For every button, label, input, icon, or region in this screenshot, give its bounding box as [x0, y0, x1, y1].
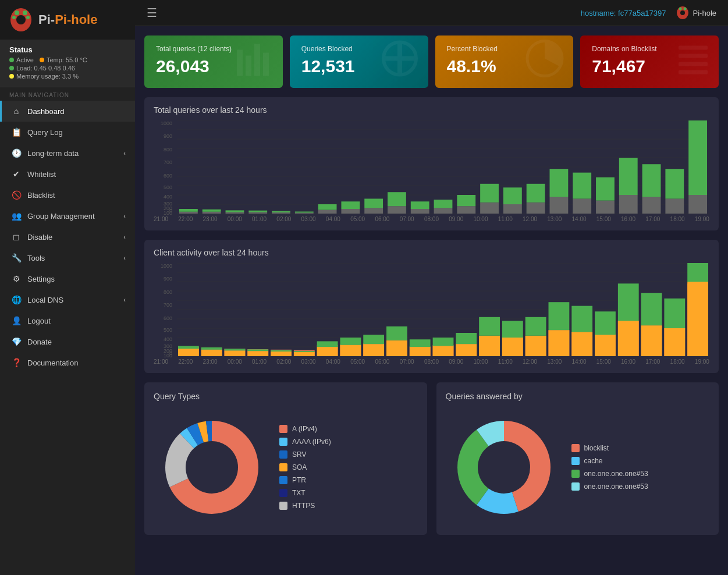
logout-icon: 👤	[11, 316, 22, 325]
main-content: Total queries (12 clients) 26,043 Querie…	[135, 26, 728, 575]
disable-chevron: ‹	[123, 233, 126, 240]
legend-item: SOA	[279, 463, 331, 471]
temp-dot	[40, 58, 44, 62]
legend-label: PTR	[292, 476, 306, 484]
legend-label: AAAA (IPv6)	[292, 438, 331, 446]
svg-point-4	[12, 16, 16, 19]
legend-item: A (IPv4)	[279, 425, 331, 433]
stat-card-blocked: Queries Blocked 12,531	[290, 36, 428, 88]
nav-group-management[interactable]: 👥 Group Management ‹	[0, 205, 135, 226]
svg-point-1	[16, 15, 26, 24]
nav-donate[interactable]: 💎 Donate	[0, 331, 135, 352]
long-term-icon: 🕐	[11, 148, 22, 158]
x-axis-label: 08:00	[424, 359, 439, 365]
x-axis-label: 11:00	[498, 359, 513, 365]
query-types-content: A (IPv4)AAAA (IPv6)SRVSOAPTRTXTHTTPS	[154, 409, 418, 526]
x-axis-label: 02:00	[276, 216, 291, 222]
queries-answered-legend: blocklistcacheone.one.one.one#53one.one.…	[571, 444, 648, 491]
status-section: Status Active Temp: 55.0 °C Load: 0.45 0…	[0, 40, 135, 87]
total-queries-chart-title: Total queries over last 24 hours	[154, 105, 709, 115]
legend-color-box	[571, 457, 580, 465]
x-axis-label: 10:00	[473, 359, 488, 365]
query-log-icon: 📋	[11, 127, 22, 137]
x-axis-label: 11:00	[498, 216, 513, 222]
nav-query-log-label: Query Log	[27, 128, 63, 137]
legend-label: blocklist	[584, 444, 609, 452]
legend-color-box	[571, 482, 580, 491]
donate-icon: 💎	[11, 337, 22, 346]
active-dot	[9, 58, 14, 62]
svg-rect-19	[679, 70, 708, 74]
legend-item: TXT	[279, 489, 331, 497]
sidebar-logo: Pi-Pi-hole	[38, 12, 97, 27]
queries-answered-title: Queries answered by	[446, 392, 710, 401]
stat-card-blocklist: Domains on Blocklist 71,467	[580, 36, 719, 88]
blocklist-icon	[676, 41, 711, 83]
legend-label: A (IPv4)	[292, 425, 317, 433]
nav-long-term-label: Long-term data	[27, 149, 79, 158]
x-axis-label: 15:00	[596, 216, 611, 222]
hostname-value: fc77a5a17397	[618, 9, 666, 17]
chart2-x-axis: 21:0022:0023:0000:0001:0002:0003:0004:00…	[154, 356, 709, 365]
nav-query-log[interactable]: 📋 Query Log	[0, 122, 135, 143]
legend-color-box	[571, 470, 580, 478]
legend-label: one.one.one.one#53	[584, 482, 648, 491]
x-axis-label: 06:00	[375, 359, 389, 365]
x-axis-label: 23:00	[203, 359, 218, 365]
legend-color-box	[279, 438, 287, 446]
svg-rect-11	[246, 56, 251, 76]
legend-label: cache	[584, 457, 603, 465]
nav-tools[interactable]: 🔧 Tools ‹	[0, 247, 135, 268]
x-axis-label: 03:00	[301, 359, 316, 365]
nav-local-dns[interactable]: 🌐 Local DNS ‹	[0, 289, 135, 310]
long-term-chevron: ‹	[123, 150, 126, 157]
legend-item: one.one.one.one#53	[571, 470, 648, 478]
svg-point-8	[679, 8, 681, 10]
x-axis-label: 02:00	[276, 359, 291, 365]
svg-point-3	[23, 10, 27, 15]
hamburger-button[interactable]: ☰	[147, 6, 157, 20]
tools-icon: 🔧	[11, 253, 22, 262]
x-axis-label: 04:00	[326, 359, 340, 365]
x-axis-label: 05:00	[350, 359, 365, 365]
load-dot	[9, 66, 14, 70]
x-axis-label: 21:00	[154, 359, 168, 365]
x-axis-label: 00:00	[228, 359, 242, 365]
nav-group-label: Group Management	[27, 212, 95, 221]
x-axis-label: 14:00	[572, 216, 587, 222]
query-types-title: Query Types	[154, 392, 418, 401]
svg-rect-17	[679, 54, 708, 58]
nav-blacklist[interactable]: 🚫 Blacklist	[0, 184, 135, 205]
nav-long-term-data[interactable]: 🕐 Long-term data ‹	[0, 143, 135, 164]
nav-blacklist-label: Blacklist	[27, 191, 55, 200]
whitelist-icon: ✔	[11, 169, 22, 179]
sidebar-header: Pi-Pi-hole	[0, 0, 135, 40]
nav-settings-label: Settings	[27, 275, 55, 283]
nav-documentation[interactable]: ❓ Documentation	[0, 352, 135, 373]
nav-disable[interactable]: ◻ Disable ‹	[0, 226, 135, 247]
x-axis-label: 22:00	[178, 216, 193, 222]
nav-dashboard[interactable]: ⌂ Dashboard	[0, 101, 135, 122]
svg-rect-16	[679, 46, 708, 50]
x-axis-label: 07:00	[400, 359, 414, 365]
documentation-icon: ❓	[11, 358, 22, 367]
hostname-label: hostname:	[581, 9, 616, 17]
nav-whitelist[interactable]: ✔ Whitelist	[0, 164, 135, 184]
legend-color-box	[279, 425, 287, 433]
x-axis-label: 23:00	[203, 216, 218, 222]
legend-color-box	[279, 476, 287, 484]
x-axis-label: 19:00	[695, 216, 709, 222]
nav-logout[interactable]: 👤 Logout	[0, 310, 135, 331]
legend-item: one.one.one.one#53	[571, 482, 648, 491]
svg-point-7	[680, 10, 685, 15]
svg-rect-12	[254, 44, 260, 76]
nav-settings[interactable]: ⚙ Settings	[0, 268, 135, 289]
topbar-pihole-label: Pi-hole	[693, 9, 716, 17]
svg-point-5	[26, 16, 30, 19]
hostname-display: hostname: fc77a5a17397	[581, 9, 666, 17]
legend-item: cache	[571, 457, 648, 465]
x-axis-label: 22:00	[178, 359, 193, 365]
nav-whitelist-label: Whitelist	[27, 170, 56, 179]
x-axis-label: 07:00	[400, 216, 414, 222]
x-axis-label: 00:00	[228, 216, 242, 222]
